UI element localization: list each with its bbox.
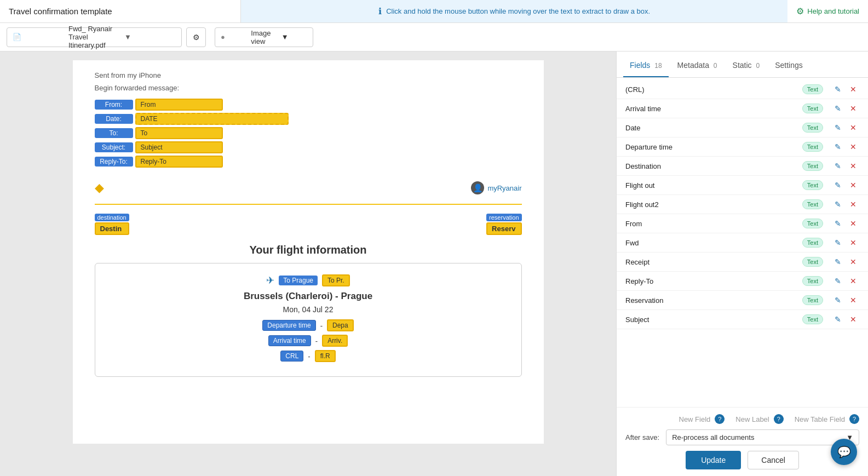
field-actions: ✎ ✕ bbox=[832, 217, 859, 230]
subject-value[interactable]: Subject bbox=[135, 141, 223, 153]
delete-icon[interactable]: ✕ bbox=[847, 141, 859, 153]
new-field-label: New Field bbox=[679, 415, 711, 423]
delete-icon[interactable]: ✕ bbox=[847, 83, 859, 95]
field-actions: ✎ ✕ bbox=[832, 313, 859, 325]
delete-icon[interactable]: ✕ bbox=[847, 217, 859, 230]
field-actions: ✎ ✕ bbox=[832, 237, 859, 249]
new-field-help[interactable]: ? bbox=[715, 414, 725, 424]
new-label-help[interactable]: ? bbox=[774, 414, 784, 424]
field-name: Flight out bbox=[625, 181, 798, 190]
tab-settings[interactable]: Settings bbox=[768, 61, 809, 77]
delete-icon[interactable]: ✕ bbox=[847, 160, 859, 172]
reply-to-value[interactable]: Reply-To bbox=[135, 156, 223, 168]
to-prague-row: ✈ To Prague To Pr. bbox=[106, 274, 510, 286]
after-save-row: After save: Re-process all documents ▼ bbox=[625, 429, 859, 445]
tab-metadata[interactable]: Metadata 0 bbox=[671, 61, 724, 77]
field-type-badge: Text bbox=[802, 199, 823, 209]
avatar: 👤 bbox=[471, 181, 484, 194]
company-row: ◆ 👤 myRyanair bbox=[95, 181, 522, 195]
field-item: Fwd Text ✎ ✕ bbox=[617, 233, 868, 253]
edit-icon[interactable]: ✎ bbox=[832, 275, 844, 287]
new-label-label: New Label bbox=[735, 415, 769, 423]
from-field-row: From: From bbox=[95, 99, 522, 111]
edit-icon[interactable]: ✎ bbox=[832, 256, 844, 268]
field-name: From bbox=[625, 220, 798, 228]
arrival-label: Arrival time bbox=[268, 335, 311, 346]
reservation-value[interactable]: Reserv bbox=[486, 222, 521, 235]
file-selector[interactable]: 📄 Fwd_ Ryanair Travel Itinerary.pdf ▼ bbox=[7, 27, 182, 47]
delete-icon[interactable]: ✕ bbox=[847, 275, 859, 287]
help-link[interactable]: ⚙ Help and tutorial bbox=[787, 6, 868, 16]
yellow-divider bbox=[95, 204, 522, 205]
delete-icon[interactable]: ✕ bbox=[847, 256, 859, 268]
departure-value[interactable]: Depa bbox=[327, 319, 354, 331]
edit-icon[interactable]: ✎ bbox=[832, 160, 844, 172]
info-banner: ℹ Click and hold the mouse button while … bbox=[241, 0, 787, 22]
edit-icon[interactable]: ✎ bbox=[832, 179, 844, 191]
begin-forwarded-text: Begin forwarded message: bbox=[95, 84, 522, 92]
edit-icon[interactable]: ✎ bbox=[832, 217, 844, 230]
crl-value[interactable]: fl.R bbox=[315, 350, 336, 362]
delete-icon[interactable]: ✕ bbox=[847, 179, 859, 191]
user-area: 👤 myRyanair bbox=[471, 181, 521, 194]
field-actions: ✎ ✕ bbox=[832, 141, 859, 153]
edit-icon[interactable]: ✎ bbox=[832, 237, 844, 249]
filter-button[interactable]: ⚙ bbox=[186, 27, 206, 47]
edit-icon[interactable]: ✎ bbox=[832, 294, 844, 306]
date-value[interactable]: DATE bbox=[135, 113, 289, 125]
field-type-badge: Text bbox=[802, 276, 823, 286]
departure-label: Departure time bbox=[262, 320, 315, 331]
delete-icon[interactable]: ✕ bbox=[847, 237, 859, 249]
reply-to-label: Reply-To: bbox=[95, 157, 133, 167]
field-type-badge: Text bbox=[802, 314, 823, 324]
arrival-value[interactable]: Arriv. bbox=[322, 335, 348, 347]
field-type-badge: Text bbox=[802, 161, 823, 171]
field-actions: ✎ ✕ bbox=[832, 275, 859, 287]
edit-icon[interactable]: ✎ bbox=[832, 313, 844, 325]
delete-icon[interactable]: ✕ bbox=[847, 198, 859, 210]
cancel-button[interactable]: Cancel bbox=[748, 451, 799, 469]
field-item: Date Text ✎ ✕ bbox=[617, 118, 868, 137]
myryanair-link[interactable]: myRyanair bbox=[487, 184, 521, 192]
edit-icon[interactable]: ✎ bbox=[832, 198, 844, 210]
top-bar: Travel confirmation template ℹ Click and… bbox=[0, 0, 868, 23]
chat-button[interactable]: 💬 bbox=[831, 439, 857, 465]
edit-icon[interactable]: ✎ bbox=[832, 141, 844, 153]
from-value[interactable]: From bbox=[135, 99, 223, 111]
field-item: Flight out Text ✎ ✕ bbox=[617, 176, 868, 195]
to-prague-value[interactable]: To Pr. bbox=[322, 274, 350, 286]
edit-icon[interactable]: ✎ bbox=[832, 83, 844, 95]
new-table-help[interactable]: ? bbox=[849, 414, 859, 424]
delete-icon[interactable]: ✕ bbox=[847, 313, 859, 325]
after-save-select[interactable]: Re-process all documents ▼ bbox=[666, 429, 859, 445]
delete-icon[interactable]: ✕ bbox=[847, 294, 859, 306]
new-table-label: New Table Field bbox=[795, 415, 845, 423]
edit-icon[interactable]: ✎ bbox=[832, 102, 844, 114]
update-button[interactable]: Update bbox=[686, 451, 741, 469]
field-type-badge: Text bbox=[802, 295, 823, 305]
field-item: Reservation Text ✎ ✕ bbox=[617, 291, 868, 310]
after-save-value: Re-process all documents bbox=[672, 433, 754, 441]
tab-fields[interactable]: Fields 18 bbox=[623, 61, 669, 77]
field-actions: ✎ ✕ bbox=[832, 198, 859, 210]
field-type-badge: Text bbox=[802, 180, 823, 190]
field-item: (CRL) Text ✎ ✕ bbox=[617, 80, 868, 99]
ryanair-logo: ◆ bbox=[95, 181, 104, 195]
delete-icon[interactable]: ✕ bbox=[847, 122, 859, 134]
dest-value[interactable]: Destin bbox=[95, 222, 129, 235]
to-value[interactable]: To bbox=[135, 127, 223, 139]
dest-box: destination Destin bbox=[95, 214, 129, 235]
to-field-row: To: To bbox=[95, 127, 522, 139]
plane-icon: ✈ bbox=[266, 274, 274, 286]
field-name: Reservation bbox=[625, 296, 798, 305]
field-type-badge: Text bbox=[802, 84, 823, 94]
view-selector[interactable]: ● Image view ▼ bbox=[215, 27, 313, 47]
edit-icon[interactable]: ✎ bbox=[832, 122, 844, 134]
subject-label: Subject: bbox=[95, 142, 133, 152]
after-save-label: After save: bbox=[625, 433, 659, 441]
field-type-badge: Text bbox=[802, 238, 823, 248]
bottom-buttons: Update Cancel bbox=[625, 451, 859, 469]
field-item: From Text ✎ ✕ bbox=[617, 214, 868, 233]
tab-static[interactable]: Static 0 bbox=[726, 61, 767, 77]
delete-icon[interactable]: ✕ bbox=[847, 102, 859, 114]
